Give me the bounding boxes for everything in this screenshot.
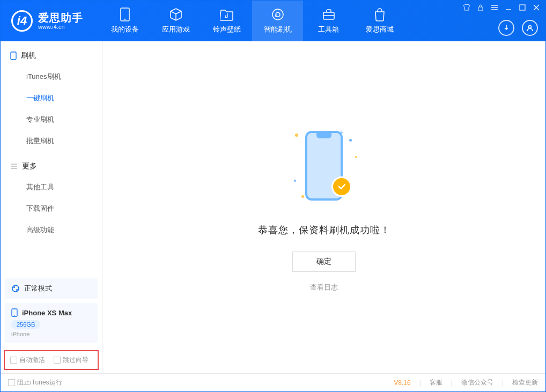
nav-label: 工具箱 (318, 25, 339, 34)
svg-point-9 (13, 286, 15, 288)
phone-small-icon (10, 51, 17, 60)
checkbox-label: 跳过向导 (63, 356, 88, 365)
ok-button[interactable]: 确定 (292, 252, 356, 272)
download-button[interactable] (498, 20, 514, 36)
list-small-icon (10, 163, 18, 169)
separator: | (502, 379, 504, 387)
shopping-bag-icon (373, 8, 387, 21)
sidebar-item-other-tools[interactable]: 其他工具 (1, 176, 102, 198)
svg-rect-5 (520, 5, 525, 10)
decor-dot (301, 195, 304, 198)
maximize-icon[interactable] (519, 4, 526, 11)
nav-label: 智能刷机 (264, 25, 292, 34)
nav-label: 应用游戏 (162, 25, 190, 34)
checkbox-skip-guide[interactable]: 跳过向导 (54, 356, 88, 365)
nav-store[interactable]: 爱思商城 (354, 1, 405, 41)
nav-ringtones[interactable]: 铃声壁纸 (201, 1, 252, 41)
nav-apps-games[interactable]: 应用游戏 (150, 1, 201, 41)
device-icon (118, 8, 132, 21)
section-title: 刷机 (21, 51, 36, 61)
sidebar: 刷机 iTunes刷机 一键刷机 专业刷机 批量刷机 更多 其他工具 下载固件 … (1, 41, 102, 373)
device-type: iPhone (11, 331, 91, 337)
cube-icon (169, 8, 183, 21)
checkbox-icon (54, 357, 61, 364)
checkbox-block-itunes[interactable]: 阻止iTunes运行 (8, 378, 62, 387)
sidebar-item-pro-flash[interactable]: 专业刷机 (1, 109, 102, 130)
sidebar-item-onekey-flash[interactable]: 一键刷机 (1, 87, 102, 109)
checkbox-icon (8, 379, 15, 386)
toolbox-icon (322, 8, 336, 21)
sidebar-item-itunes-flash[interactable]: iTunes刷机 (1, 66, 102, 87)
statusbar: 阻止iTunes运行 V8.16 | 客服 | 微信公众号 | 检查更新 (1, 373, 545, 391)
music-folder-icon (220, 8, 234, 21)
window-controls (463, 4, 540, 11)
sidebar-header-more: 更多 (1, 159, 102, 176)
nav-toolbox[interactable]: 工具箱 (303, 1, 354, 41)
logo-text: 爱思助手 www.i4.cn (38, 12, 83, 30)
phone-icon (11, 308, 18, 317)
device-name-row: iPhone XS Max (11, 308, 91, 317)
svg-point-1 (124, 19, 125, 20)
refresh-gear-icon (271, 8, 285, 21)
decor-dot (295, 134, 298, 137)
svg-rect-7 (11, 52, 16, 60)
version-label: V8.16 (394, 379, 410, 387)
lock-icon[interactable] (477, 4, 484, 11)
app-subtitle: www.i4.cn (38, 24, 83, 30)
nav-label: 铃声壁纸 (213, 25, 241, 34)
close-icon[interactable] (533, 4, 540, 11)
svg-point-8 (12, 285, 19, 292)
checkbox-label: 自动激活 (19, 356, 45, 365)
body: 刷机 iTunes刷机 一键刷机 专业刷机 批量刷机 更多 其他工具 下载固件 … (1, 41, 545, 373)
device-name: iPhone XS Max (22, 309, 72, 317)
highlighted-checkbox-row: 自动激活 跳过向导 (4, 350, 99, 370)
success-message: 恭喜您，保资料刷机成功啦！ (258, 224, 390, 236)
mode-panel[interactable]: 正常模式 (5, 278, 98, 299)
logo-block: i4 爱思助手 www.i4.cn (1, 10, 94, 32)
nav-label: 爱思商城 (366, 25, 394, 34)
svg-point-6 (529, 26, 532, 28)
separator: | (419, 379, 421, 387)
sidebar-section-flash: 刷机 iTunes刷机 一键刷机 专业刷机 批量刷机 (1, 41, 102, 152)
nav-label: 我的设备 (111, 25, 139, 34)
support-link[interactable]: 客服 (430, 378, 442, 387)
statusbar-right: V8.16 | 客服 | 微信公众号 | 检查更新 (394, 378, 538, 387)
sidebar-item-batch-flash[interactable]: 批量刷机 (1, 130, 102, 152)
app-window: i4 爱思助手 www.i4.cn 我的设备 应用游戏 (0, 0, 546, 392)
menu-icon[interactable] (491, 4, 498, 11)
nav-my-device[interactable]: 我的设备 (99, 1, 150, 41)
decor-dot (355, 156, 357, 158)
checkbox-label: 阻止iTunes运行 (17, 378, 62, 387)
storage-badge: 256GB (11, 320, 40, 329)
minimize-icon[interactable] (505, 4, 512, 11)
nav-smart-flash[interactable]: 智能刷机 (252, 1, 303, 41)
app-logo-icon: i4 (11, 10, 33, 32)
svg-rect-4 (478, 7, 483, 11)
separator: | (451, 379, 453, 387)
success-illustration: + + (281, 123, 367, 209)
section-title: 更多 (22, 161, 37, 171)
tshirt-icon[interactable] (463, 4, 470, 11)
checkbox-icon (10, 357, 17, 364)
svg-point-12 (14, 315, 15, 316)
decor-dot (294, 180, 296, 182)
sidebar-section-more: 更多 其他工具 下载固件 高级功能 (1, 152, 102, 241)
main-content: + + 恭喜您，保资料刷机成功啦！ 确定 查看日志 (102, 41, 545, 373)
wechat-link[interactable]: 微信公众号 (461, 378, 493, 387)
check-update-link[interactable]: 检查更新 (512, 378, 538, 387)
mode-icon (11, 284, 20, 293)
sidebar-header-flash: 刷机 (1, 49, 102, 66)
header-right (498, 20, 538, 36)
sidebar-item-advanced[interactable]: 高级功能 (1, 219, 102, 241)
svg-point-2 (272, 9, 283, 20)
checkbox-auto-activate[interactable]: 自动激活 (10, 356, 45, 365)
user-button[interactable] (522, 20, 538, 36)
check-badge-icon (331, 176, 352, 197)
mode-label: 正常模式 (24, 284, 52, 293)
titlebar: i4 爱思助手 www.i4.cn 我的设备 应用游戏 (1, 1, 545, 41)
main-nav: 我的设备 应用游戏 铃声壁纸 智能刷机 (99, 1, 405, 41)
view-log-link[interactable]: 查看日志 (310, 283, 338, 292)
device-panel[interactable]: iPhone XS Max 256GB iPhone (5, 303, 98, 343)
sidebar-item-download-firmware[interactable]: 下载固件 (1, 198, 102, 219)
decor-dot (349, 139, 352, 142)
